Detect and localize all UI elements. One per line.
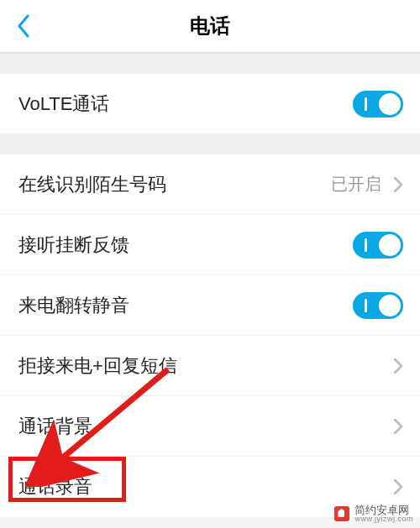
section-gap xyxy=(0,134,420,154)
row-call-bg[interactable]: 通话背景 xyxy=(0,396,420,457)
section-gap xyxy=(0,54,420,74)
back-button[interactable] xyxy=(10,13,37,39)
chevron-right-icon xyxy=(393,358,403,374)
toggle-volte[interactable] xyxy=(353,91,403,118)
watermark-text: 简约安卓网 www.jyizwj.com xyxy=(354,504,413,523)
row-label: 来电翻转静音 xyxy=(18,293,353,318)
row-flip-mute[interactable]: 来电翻转静音 xyxy=(0,275,420,336)
row-label: VoLTE通话 xyxy=(18,91,353,117)
header: 电话 xyxy=(0,0,420,54)
chevron-right-icon xyxy=(393,176,403,193)
row-unknown-id[interactable]: 在线识别陌生号码 已开启 xyxy=(0,154,420,215)
row-volte[interactable]: VoLTE通话 xyxy=(0,74,420,134)
row-label: 接听挂断反馈 xyxy=(18,233,353,258)
row-answer-feedback[interactable]: 接听挂断反馈 xyxy=(0,215,420,275)
row-label: 通话录音 xyxy=(18,474,393,499)
toggle-flip-mute[interactable] xyxy=(353,292,403,319)
watermark-icon xyxy=(334,506,349,521)
toggle-answer-feedback[interactable] xyxy=(353,232,403,259)
chevron-left-icon xyxy=(16,13,31,39)
row-label: 通话背景 xyxy=(18,414,393,439)
row-reject-sms[interactable]: 拒接来电+回复短信 xyxy=(0,336,420,396)
chevron-right-icon xyxy=(393,418,403,435)
row-label: 在线识别陌生号码 xyxy=(18,172,331,197)
row-label: 拒接来电+回复短信 xyxy=(18,353,393,379)
watermark: 简约安卓网 www.jyizwj.com xyxy=(334,504,413,523)
page-title: 电话 xyxy=(0,13,420,39)
chevron-right-icon xyxy=(393,478,403,495)
row-value: 已开启 xyxy=(331,173,381,196)
